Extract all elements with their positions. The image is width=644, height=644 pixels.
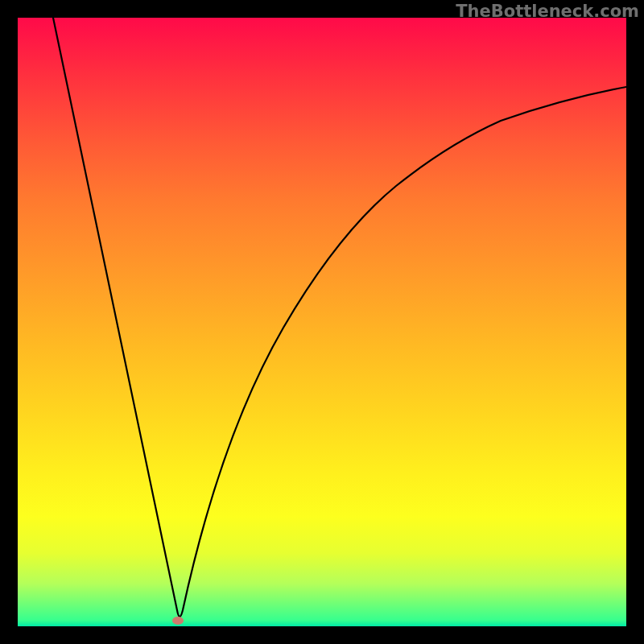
bottleneck-curve	[18, 18, 626, 626]
curve-path	[53, 18, 626, 617]
watermark-text: TheBottleneck.com	[456, 2, 639, 21]
minimum-marker	[172, 617, 184, 625]
